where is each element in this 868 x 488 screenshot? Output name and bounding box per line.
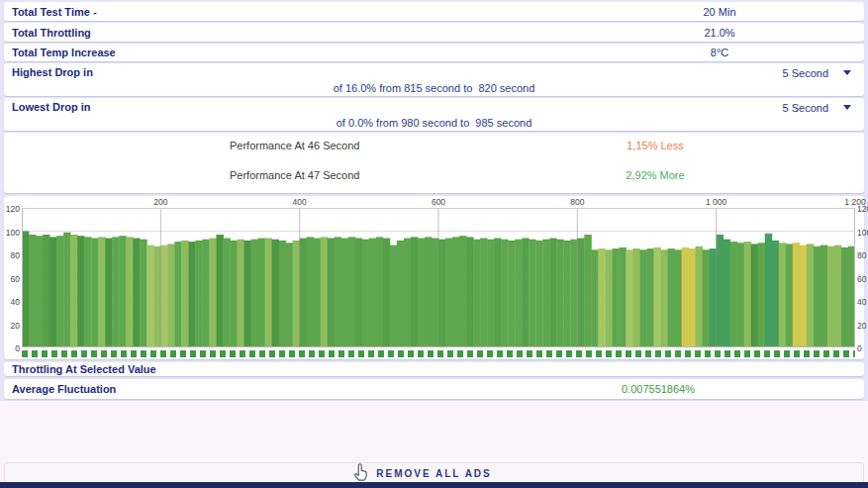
- x-tick-label: 600: [417, 197, 460, 207]
- highest-drop-label: Highest Drop in: [12, 66, 93, 78]
- chart-plot[interactable]: [22, 208, 855, 347]
- timeline-marker-strip: [22, 350, 855, 357]
- y-tick-label: 0: [856, 343, 868, 353]
- y-tick-label: 120: [4, 204, 20, 214]
- chart-x-axis: 2004006008001 0001 200: [4, 196, 864, 208]
- chart-y-axis-right: 020406080100120: [856, 208, 868, 347]
- cpu-throttling-test-app: Total Test Time - 20 Min Total Throttlin…: [0, 0, 868, 488]
- average-fluctuation-label: Average Fluctuation: [12, 383, 116, 395]
- row-total-test-time: Total Test Time - 20 Min: [4, 2, 864, 21]
- y-tick-label: 40: [856, 297, 868, 307]
- y-tick-label: 20: [4, 321, 20, 331]
- lowest-drop-interval-value: 5 Second: [783, 102, 828, 114]
- y-tick-label: 120: [856, 204, 868, 214]
- y-tick-label: 0: [4, 343, 20, 353]
- row-highest-drop: Highest Drop in 5 Second of 16.0% from 8…: [4, 63, 864, 96]
- y-tick-label: 20: [856, 321, 868, 331]
- throttling-selected-label: Throttling At Selected Value: [12, 363, 156, 375]
- y-tick-label: 80: [4, 250, 20, 260]
- x-tick-label: 1 000: [695, 197, 738, 207]
- average-fluctuation-value: 0.007551864%: [584, 383, 732, 395]
- lowest-drop-label: Lowest Drop in: [12, 101, 90, 113]
- chart-y-axis-left: 020406080100120: [4, 208, 20, 347]
- total-test-time-value: 20 Min: [645, 6, 794, 18]
- highest-drop-interval-value: 5 Second: [783, 67, 828, 79]
- y-tick-label: 60: [856, 274, 868, 284]
- total-throttling-value: 21.0%: [645, 27, 794, 39]
- x-tick-label: 800: [555, 197, 599, 207]
- highest-drop-interval-dropdown[interactable]: 5 Second: [783, 65, 851, 80]
- performance-at-46-value: 1,15% Less: [596, 140, 715, 151]
- row-throttling-selected: Throttling At Selected Value: [4, 362, 864, 376]
- y-tick-label: 100: [4, 228, 20, 238]
- performance-chart-card: 2004006008001 0001 200 020406080100120 0…: [4, 196, 864, 359]
- x-tick-label: 200: [139, 197, 182, 207]
- performance-comparison-card: Performance At 46 Second 1,15% Less Perf…: [4, 133, 864, 193]
- y-tick-label: 80: [856, 250, 868, 260]
- performance-at-47-label: Performance At 47 Second: [230, 169, 359, 181]
- remove-all-ads-button[interactable]: REMOVE ALL ADS: [4, 462, 864, 483]
- total-test-time-label: Total Test Time -: [12, 6, 97, 18]
- row-total-temp-increase: Total Temp Increase 8°C: [4, 44, 864, 61]
- y-tick-label: 40: [4, 297, 20, 307]
- performance-at-47-value: 2,92% More: [596, 169, 715, 181]
- row-lowest-drop: Lowest Drop in 5 Second of 0.0% from 980…: [4, 98, 864, 131]
- row-average-fluctuation: Average Fluctuation 0.007551864%: [4, 379, 864, 399]
- row-total-throttling: Total Throttling 21.0%: [4, 23, 864, 42]
- performance-at-46-label: Performance At 46 Second: [230, 140, 359, 151]
- remove-all-ads-label: REMOVE ALL ADS: [5, 467, 863, 478]
- total-throttling-label: Total Throttling: [12, 27, 91, 39]
- total-temp-increase-label: Total Temp Increase: [12, 47, 116, 58]
- chevron-down-icon: [843, 105, 851, 110]
- lowest-drop-interval-dropdown[interactable]: 5 Second: [783, 100, 851, 115]
- lowest-drop-detail: of 0.0% from 980 second to 985 second: [4, 117, 864, 129]
- total-temp-increase-value: 8°C: [645, 47, 794, 58]
- chevron-down-icon: [843, 70, 851, 75]
- x-tick-label: 400: [278, 197, 322, 207]
- highest-drop-detail: of 16.0% from 815 second to 820 second: [4, 82, 864, 94]
- y-tick-label: 100: [856, 228, 868, 238]
- bottom-navigation-bar: [0, 482, 868, 488]
- y-tick-label: 60: [4, 274, 20, 284]
